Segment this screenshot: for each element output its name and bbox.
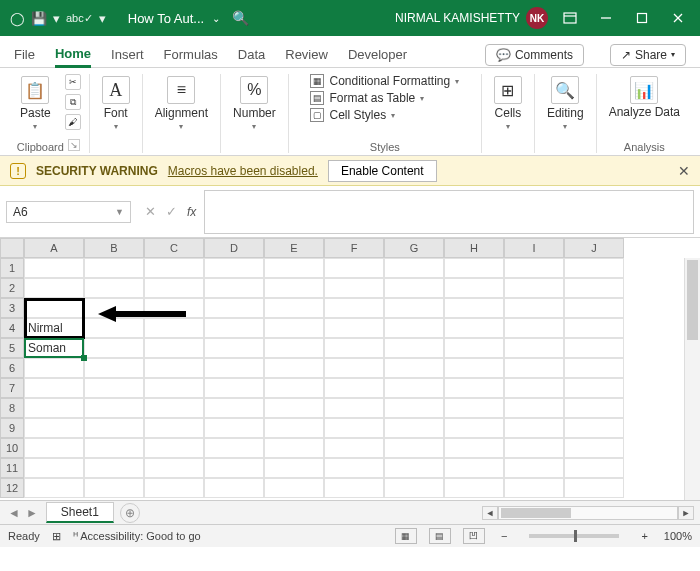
cell[interactable] [264,418,324,438]
column-header[interactable]: I [504,238,564,258]
cell[interactable] [504,438,564,458]
cell[interactable] [24,398,84,418]
cells-button[interactable]: ⊞Cells▾ [490,74,526,133]
cell[interactable] [204,298,264,318]
cell[interactable] [144,458,204,478]
scrollbar-track[interactable] [498,506,678,520]
formula-input[interactable] [204,190,694,234]
cell[interactable] [264,358,324,378]
cell[interactable] [264,338,324,358]
cell[interactable] [564,278,624,298]
cell[interactable] [24,358,84,378]
warning-text[interactable]: Macros have been disabled. [168,164,318,178]
cell[interactable] [324,338,384,358]
row-header[interactable]: 2 [0,278,24,298]
scrollbar-thumb[interactable] [501,508,571,518]
cell[interactable] [564,378,624,398]
cell[interactable] [444,258,504,278]
cell[interactable] [144,478,204,498]
cell[interactable] [204,378,264,398]
cell[interactable] [324,278,384,298]
save-icon[interactable]: 💾 [31,11,47,26]
stats-icon[interactable]: ⊞ [52,530,61,543]
font-button[interactable]: AFont▾ [98,74,134,133]
column-header[interactable]: J [564,238,624,258]
cell[interactable] [204,358,264,378]
cell[interactable] [564,398,624,418]
cell[interactable] [144,278,204,298]
cell[interactable] [564,298,624,318]
cell[interactable] [204,318,264,338]
horizontal-scrollbar[interactable]: ◄ ► [140,506,700,520]
cell[interactable] [324,418,384,438]
new-sheet-button[interactable]: ⊕ [120,503,140,523]
cell[interactable] [144,338,204,358]
dialog-launcher-icon[interactable]: ↘ [68,139,80,151]
cell[interactable] [324,258,384,278]
ribbon-display-icon[interactable] [552,0,588,36]
cell[interactable] [84,298,144,318]
cell[interactable] [144,318,204,338]
cell[interactable] [384,458,444,478]
cell[interactable] [144,438,204,458]
column-header[interactable]: G [384,238,444,258]
analyze-data-button[interactable]: 📊Analyze Data [605,74,684,121]
cell[interactable] [84,398,144,418]
cell[interactable] [204,398,264,418]
cell[interactable] [204,438,264,458]
cell[interactable] [264,458,324,478]
cell[interactable] [324,358,384,378]
cell[interactable] [144,258,204,278]
cell[interactable] [324,458,384,478]
cell[interactable] [24,438,84,458]
sheet-tab-sheet1[interactable]: Sheet1 [46,502,114,523]
cell[interactable] [564,458,624,478]
cell[interactable] [204,338,264,358]
row-header[interactable]: 11 [0,458,24,478]
row-header[interactable]: 4 [0,318,24,338]
autosave-toggle-icon[interactable]: ◯ [10,11,25,26]
row-header[interactable]: 7 [0,378,24,398]
cell[interactable] [444,438,504,458]
fx-icon[interactable]: fx [187,205,196,219]
cell[interactable] [24,278,84,298]
cell[interactable] [144,418,204,438]
cell[interactable] [444,398,504,418]
cell[interactable] [144,298,204,318]
number-button[interactable]: %Number▾ [229,74,280,133]
cell[interactable] [504,338,564,358]
cell[interactable] [384,278,444,298]
cell[interactable] [264,398,324,418]
spreadsheet-grid[interactable]: ABCDEFGHIJ1234Nirmal5Soman6789101112 [0,238,700,500]
cell[interactable] [84,458,144,478]
page-layout-view-icon[interactable]: ▤ [429,528,451,544]
cell[interactable] [504,378,564,398]
close-icon[interactable]: ✕ [678,163,690,179]
cell[interactable] [564,358,624,378]
row-header[interactable]: 9 [0,418,24,438]
row-header[interactable]: 6 [0,358,24,378]
cell[interactable] [84,278,144,298]
cell[interactable] [564,438,624,458]
alignment-button[interactable]: ≡Alignment▾ [151,74,212,133]
format-painter-icon[interactable]: 🖌 [65,114,81,130]
cell[interactable] [504,418,564,438]
cell[interactable] [264,278,324,298]
paste-button[interactable]: 📋 Paste ▾ [16,74,55,133]
cell[interactable] [144,358,204,378]
document-title[interactable]: How To Aut... ⌄ [128,11,220,26]
cell[interactable] [204,278,264,298]
search-icon[interactable]: 🔍 [232,10,249,26]
cell[interactable]: Nirmal [24,318,84,338]
cell[interactable] [384,338,444,358]
cell[interactable] [264,298,324,318]
cell[interactable] [84,318,144,338]
cancel-icon[interactable]: ✕ [145,204,156,219]
cell[interactable] [384,378,444,398]
cell[interactable] [324,318,384,338]
cell[interactable] [264,258,324,278]
enter-icon[interactable]: ✓ [166,204,177,219]
cell[interactable] [384,298,444,318]
close-button[interactable] [660,0,696,36]
cell[interactable] [504,278,564,298]
